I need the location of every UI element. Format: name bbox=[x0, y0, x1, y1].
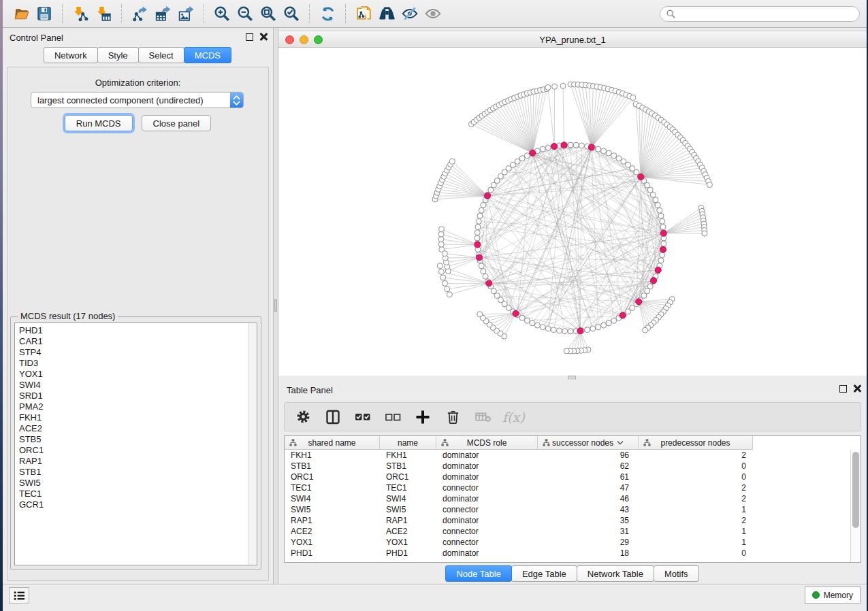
search-network-icon[interactable] bbox=[375, 3, 398, 24]
cell-predecessor-nodes: 2 bbox=[639, 515, 753, 526]
export-image-icon[interactable] bbox=[174, 3, 197, 24]
float-panel-icon[interactable] bbox=[246, 33, 253, 41]
mcds-result-item[interactable]: TEC1 bbox=[19, 489, 244, 499]
memory-button[interactable]: Memory bbox=[805, 587, 861, 604]
deselect-all-rows-icon[interactable] bbox=[383, 407, 403, 427]
column-header-predecessor-nodes[interactable]: predecessor nodes bbox=[639, 436, 753, 450]
table-row[interactable]: STB1STB1dominator620 bbox=[285, 461, 861, 472]
table-row[interactable]: PHD1PHD1dominator180 bbox=[285, 548, 861, 559]
table-row[interactable]: FKH1FKH1dominator962 bbox=[285, 450, 861, 461]
cell-MCDS-role: dominator bbox=[436, 461, 538, 472]
close-panel-icon[interactable] bbox=[259, 33, 268, 41]
search-box[interactable] bbox=[660, 6, 860, 22]
select-all-rows-icon[interactable] bbox=[353, 407, 373, 427]
table-toolbar: f(x) bbox=[284, 402, 861, 431]
zoom-out-icon[interactable] bbox=[234, 3, 257, 24]
table-scrollbar-thumb[interactable] bbox=[852, 452, 859, 528]
cell-MCDS-role: connector bbox=[436, 526, 538, 537]
mcds-result-item[interactable]: STP4 bbox=[19, 347, 244, 358]
table-settings-gear-icon[interactable] bbox=[293, 407, 313, 427]
splitter-handle[interactable] bbox=[274, 299, 277, 312]
show-columns-icon[interactable] bbox=[323, 407, 343, 427]
close-table-panel-icon[interactable] bbox=[853, 384, 861, 393]
mcds-result-item[interactable]: SRD1 bbox=[19, 391, 244, 401]
mcds-result-item[interactable]: PHD1 bbox=[19, 325, 244, 336]
mcds-result-item[interactable]: FKH1 bbox=[19, 412, 244, 423]
show-all-icon[interactable] bbox=[421, 3, 445, 24]
cell-predecessor-nodes: 2 bbox=[639, 493, 753, 504]
mcds-list-scrollbar[interactable] bbox=[248, 323, 257, 565]
export-network-icon[interactable] bbox=[128, 3, 151, 24]
mcds-result-item[interactable]: ORC1 bbox=[19, 445, 244, 456]
cell-name: FKH1 bbox=[380, 450, 436, 461]
float-table-panel-icon[interactable] bbox=[839, 385, 847, 393]
mcds-result-item[interactable]: YOX1 bbox=[19, 369, 244, 380]
cell-predecessor-nodes: 1 bbox=[639, 504, 753, 515]
tab-select[interactable]: Select bbox=[138, 47, 184, 63]
tab-style[interactable]: Style bbox=[97, 47, 139, 63]
mcds-result-item[interactable]: PMA2 bbox=[19, 401, 244, 412]
table-row[interactable]: YOX1YOX1connector291 bbox=[285, 537, 861, 548]
tab-node-table[interactable]: Node Table bbox=[445, 565, 512, 582]
mcds-result-item[interactable]: GCR1 bbox=[19, 499, 244, 510]
main-toolbar bbox=[3, 0, 867, 28]
mcds-result-item[interactable]: ACE2 bbox=[19, 423, 244, 434]
tab-network-table[interactable]: Network Table bbox=[577, 565, 654, 582]
cell-MCDS-role: dominator bbox=[436, 450, 538, 461]
table-row[interactable]: ACE2ACE2connector311 bbox=[285, 526, 861, 537]
close-panel-button[interactable]: Close panel bbox=[142, 115, 212, 131]
table-panel: Table Panel bbox=[278, 380, 867, 584]
search-input[interactable] bbox=[676, 9, 854, 18]
toolbar-separator bbox=[62, 4, 63, 23]
zoom-in-icon[interactable] bbox=[210, 3, 234, 24]
sort-indicator-icon[interactable] bbox=[617, 440, 624, 445]
show-panels-list-icon[interactable] bbox=[9, 587, 29, 604]
add-column-icon[interactable] bbox=[413, 407, 433, 427]
cell-MCDS-role: connector bbox=[436, 482, 538, 493]
column-header-shared-name[interactable]: shared name bbox=[285, 436, 380, 450]
mcds-result-item[interactable]: STB1 bbox=[19, 467, 244, 478]
desktop-background-left bbox=[0, 0, 3, 611]
mcds-result-item[interactable]: RAP1 bbox=[19, 456, 244, 467]
column-header-name[interactable]: name bbox=[380, 436, 436, 450]
mcds-result-item[interactable]: TID3 bbox=[19, 358, 244, 369]
status-bar: Memory bbox=[3, 584, 867, 606]
delete-column-trash-icon[interactable] bbox=[443, 407, 463, 427]
table-scrollbar[interactable] bbox=[850, 450, 861, 562]
table-row[interactable]: SWI5SWI5connector431 bbox=[285, 504, 861, 515]
table-row[interactable]: TEC1TEC1connector472 bbox=[285, 482, 861, 493]
refresh-view-icon[interactable] bbox=[316, 3, 339, 24]
import-network-file-icon[interactable] bbox=[69, 3, 92, 24]
mcds-result-item[interactable]: SWI5 bbox=[19, 478, 244, 489]
cell-successor-nodes: 31 bbox=[538, 526, 639, 537]
table-row[interactable]: RAP1RAP1dominator352 bbox=[285, 515, 861, 526]
node-table-header: shared namenameMCDS rolesuccessor nodesp… bbox=[285, 436, 753, 450]
mcds-result-list[interactable]: PHD1CAR1STP4TID3YOX1SWI4SRD1PMA2FKH1ACE2… bbox=[14, 323, 257, 565]
column-header-MCDS-role[interactable]: MCDS role bbox=[436, 436, 538, 450]
zoom-selected-icon[interactable] bbox=[280, 3, 303, 24]
open-session-icon[interactable] bbox=[10, 3, 33, 24]
network-canvas[interactable] bbox=[278, 48, 867, 376]
import-table-file-icon[interactable] bbox=[92, 3, 115, 24]
optimization-criterion-select[interactable]: largest connected component (undirected) bbox=[31, 92, 244, 108]
hide-selected-icon[interactable] bbox=[398, 3, 421, 24]
new-network-from-selection-icon[interactable] bbox=[352, 3, 375, 24]
tab-network[interactable]: Network bbox=[44, 47, 98, 63]
run-mcds-button[interactable]: Run MCDS bbox=[65, 115, 133, 131]
mcds-result-item[interactable]: SWI4 bbox=[19, 380, 244, 391]
tab-mcds[interactable]: MCDS bbox=[184, 47, 231, 63]
table-row[interactable]: ORC1ORC1dominator610 bbox=[285, 472, 861, 482]
export-table-icon[interactable] bbox=[151, 3, 174, 24]
column-header-successor-nodes[interactable]: successor nodes bbox=[538, 436, 639, 450]
network-graph[interactable] bbox=[278, 48, 867, 376]
mcds-result-item[interactable]: STB5 bbox=[19, 434, 244, 445]
desktop-background-bottom bbox=[0, 606, 868, 611]
zoom-fit-content-icon[interactable] bbox=[257, 3, 280, 24]
mcds-result-item[interactable]: CAR1 bbox=[19, 336, 244, 347]
save-session-icon[interactable] bbox=[33, 3, 56, 24]
cell-predecessor-nodes: 1 bbox=[639, 537, 753, 548]
tab-motifs[interactable]: Motifs bbox=[654, 565, 699, 582]
table-row[interactable]: SWI4SWI4dominator462 bbox=[285, 493, 861, 504]
tab-edge-table[interactable]: Edge Table bbox=[511, 565, 577, 582]
vertical-splitter[interactable] bbox=[273, 28, 278, 584]
